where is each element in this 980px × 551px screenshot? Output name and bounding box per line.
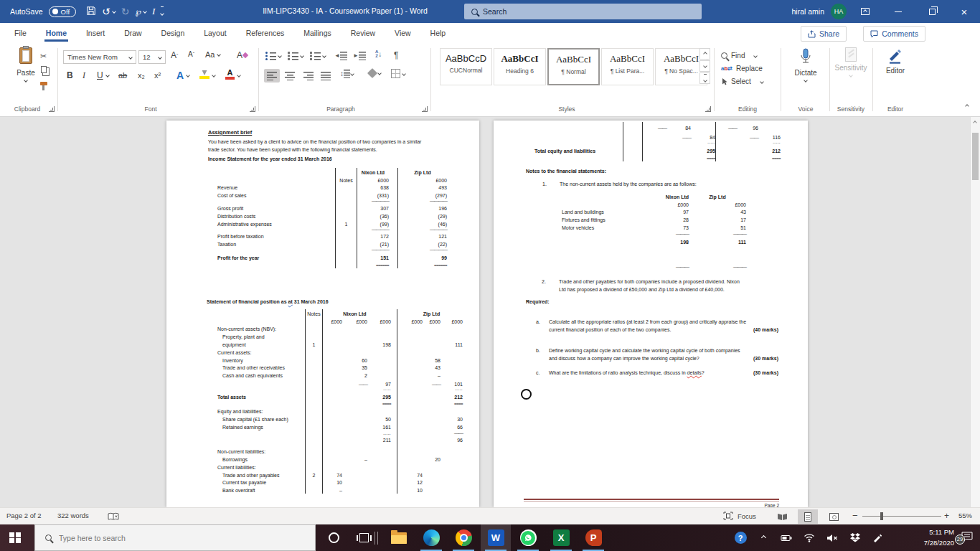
start-button[interactable]: [0, 524, 30, 551]
restore-button[interactable]: [918, 0, 946, 23]
decrease-indent-button[interactable]: ◄: [334, 51, 348, 60]
styles-scroll-up[interactable]: [699, 48, 710, 60]
align-center-button[interactable]: [282, 69, 298, 83]
highlight-chevron[interactable]: [212, 74, 215, 77]
collapse-ribbon-button[interactable]: [966, 105, 969, 108]
select-button[interactable]: Select: [721, 77, 763, 85]
wifi-icon[interactable]: [799, 524, 819, 551]
excel-button[interactable]: X: [546, 524, 576, 551]
chrome-button[interactable]: [448, 524, 479, 551]
show-formatting-button[interactable]: ¶: [394, 50, 398, 60]
avatar[interactable]: HA: [831, 4, 847, 19]
grow-font-button[interactable]: Aˆ: [171, 50, 178, 60]
align-left-button[interactable]: [264, 69, 280, 83]
dropbox-icon[interactable]: [845, 524, 865, 551]
editor-button[interactable]: Editor: [875, 47, 915, 102]
italic-button[interactable]: I: [83, 70, 85, 81]
strikethrough-button[interactable]: ab: [118, 71, 127, 80]
borders-button[interactable]: [391, 69, 405, 78]
print-layout-button[interactable]: [798, 509, 818, 524]
show-hidden-icons-chevron[interactable]: [755, 524, 772, 551]
page-indicator[interactable]: Page 2 of 2: [6, 512, 42, 519]
volume-muted-icon[interactable]: [822, 524, 842, 551]
document-canvas[interactable]: Assignment brief You have been asked by …: [0, 117, 980, 507]
replace-button[interactable]: ab⇄Replace: [721, 65, 763, 72]
tab-view[interactable]: View: [386, 23, 420, 42]
word-count[interactable]: 322 words: [57, 512, 89, 519]
autosave-toggle[interactable]: Off: [49, 6, 77, 17]
zoom-level[interactable]: 55%: [958, 512, 972, 519]
styles-gallery-more[interactable]: [699, 72, 710, 84]
whatsapp-button[interactable]: [513, 524, 543, 551]
file-explorer-button[interactable]: [384, 524, 414, 551]
redo-button[interactable]: ↻: [121, 6, 130, 17]
search-box[interactable]: Search: [464, 4, 702, 19]
tab-layout[interactable]: Layout: [195, 23, 235, 42]
change-case-button[interactable]: Aa: [205, 50, 220, 59]
taskbar-search[interactable]: [34, 524, 316, 551]
italic-qat-button[interactable]: I: [152, 6, 155, 17]
font-color-button[interactable]: A: [225, 69, 235, 80]
close-button[interactable]: ×: [950, 0, 979, 23]
dictate-button[interactable]: Dictate: [785, 47, 826, 102]
undo-button[interactable]: ↺: [102, 6, 116, 17]
copy-button[interactable]: [41, 66, 47, 73]
font-size-combo[interactable]: 12: [138, 50, 166, 64]
ribbon-display-options-button[interactable]: [851, 0, 880, 23]
proofing-errors-icon[interactable]: [108, 512, 119, 522]
style-list-paragraph[interactable]: AaBbCcI ¶ List Para...: [601, 48, 654, 85]
tab-draw[interactable]: Draw: [116, 23, 151, 42]
vertical-scrollbar[interactable]: [970, 117, 980, 507]
scrollbar-thumb[interactable]: [972, 133, 979, 180]
document-page-1[interactable]: Assignment brief You have been asked by …: [166, 121, 479, 507]
paragraph-dialog-launcher[interactable]: [422, 106, 428, 112]
bullets-button[interactable]: [265, 51, 281, 60]
clock[interactable]: 5:11 PM 7/28/2020: [924, 527, 954, 548]
minimize-button[interactable]: [884, 0, 913, 23]
windows-ink-pen-icon[interactable]: [867, 524, 887, 551]
font-color-chevron[interactable]: [237, 74, 240, 77]
format-painter-button[interactable]: [40, 82, 47, 85]
increase-indent-button[interactable]: ►: [353, 51, 367, 60]
style-cucnormal[interactable]: AaBbCcD CUCNormal: [440, 48, 492, 85]
line-spacing-button[interactable]: ↕: [340, 69, 354, 78]
customize-qat-button[interactable]: [161, 6, 164, 17]
tab-design[interactable]: Design: [153, 23, 194, 42]
share-button[interactable]: Share: [801, 26, 847, 42]
underline-options-chevron[interactable]: [106, 74, 109, 77]
tab-references[interactable]: References: [237, 23, 293, 42]
comments-button[interactable]: Comments: [863, 26, 925, 42]
web-layout-button[interactable]: [824, 509, 844, 524]
text-effects-chevron[interactable]: [187, 74, 189, 77]
text-effects-button[interactable]: A: [176, 70, 184, 81]
tab-help[interactable]: Help: [422, 23, 455, 42]
tab-file[interactable]: File: [6, 23, 35, 42]
edge-button[interactable]: [416, 524, 446, 551]
taskbar-search-input[interactable]: [59, 534, 274, 542]
tab-insert[interactable]: Insert: [77, 23, 113, 42]
bold-button[interactable]: B: [67, 70, 73, 80]
zoom-slider-track[interactable]: [862, 516, 941, 517]
underline-button[interactable]: U: [97, 70, 103, 80]
clear-formatting-button[interactable]: A: [237, 50, 248, 60]
find-button[interactable]: Find: [721, 52, 757, 60]
clipboard-dialog-launcher[interactable]: [49, 106, 55, 112]
sort-button[interactable]: AZ↓: [375, 50, 382, 58]
zoom-in-button[interactable]: +: [944, 511, 949, 521]
cut-button[interactable]: ✂: [40, 52, 47, 61]
justify-button[interactable]: [318, 69, 334, 83]
circle-shape[interactable]: [521, 389, 532, 400]
shrink-font-button[interactable]: Aˇ: [188, 50, 194, 58]
read-mode-button[interactable]: [772, 509, 792, 524]
align-right-button[interactable]: [300, 69, 316, 83]
battery-icon[interactable]: [776, 524, 796, 551]
scroll-up-icon[interactable]: [973, 121, 977, 125]
powerpoint-button[interactable]: P: [578, 524, 608, 551]
zoom-out-button[interactable]: −: [852, 510, 858, 521]
font-name-combo[interactable]: Times New Rom: [63, 50, 136, 64]
font-dialog-launcher[interactable]: [250, 106, 255, 112]
subscript-button[interactable]: x₂: [138, 71, 145, 80]
styles-dialog-launcher[interactable]: [705, 106, 711, 112]
style-normal[interactable]: AaBbCcI ¶ Normal: [547, 48, 600, 85]
help-tray-icon[interactable]: ?: [730, 524, 750, 551]
